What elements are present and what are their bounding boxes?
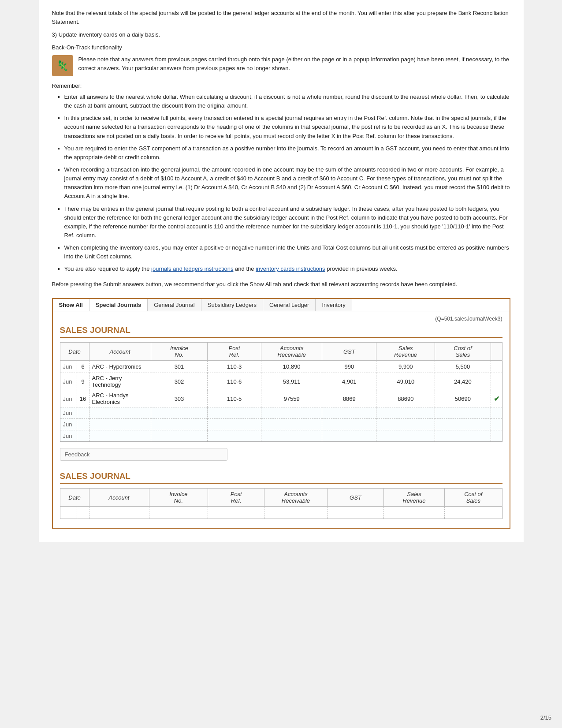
invoice-no-input[interactable] (154, 410, 205, 416)
ar-cell: 10,890 (261, 361, 322, 373)
date-month: Jun (60, 430, 77, 442)
cos-cell[interactable] (435, 430, 491, 442)
cos-input[interactable] (438, 433, 488, 439)
account-input[interactable] (92, 509, 146, 516)
post-ref-cell: 110-5 (208, 390, 261, 407)
sales-rev-cell: 9,900 (376, 361, 435, 373)
col2-gst: GST (327, 489, 383, 507)
gst-cell[interactable] (322, 430, 376, 442)
post-ref-input[interactable] (210, 410, 258, 416)
ar-input[interactable] (264, 410, 319, 416)
bot-text: Please note that any answers from previo… (78, 55, 510, 72)
cos-input[interactable] (447, 509, 499, 516)
date-day[interactable] (77, 430, 89, 442)
post-ref-cell: 110-6 (208, 373, 261, 390)
tab-general-journal[interactable]: General Journal (148, 299, 201, 311)
day-input[interactable] (80, 421, 86, 428)
sales-rev-cell[interactable] (376, 430, 435, 442)
bullet-3: You are required to enter the GST compon… (64, 144, 510, 162)
journal2-table: Date Account InvoiceNo. PostRef. Account… (60, 488, 502, 519)
date-month: Jun (60, 361, 77, 373)
table-row: Jun6ARC - Hypertronics301110-310,8909909… (60, 361, 502, 373)
tab-general-ledger[interactable]: General Ledger (263, 299, 316, 311)
invoice-input[interactable] (152, 509, 205, 516)
ar-input[interactable] (264, 433, 319, 439)
sales-rev-cell[interactable] (376, 419, 435, 430)
account-input[interactable] (92, 421, 148, 428)
sales-rev-cell[interactable] (376, 407, 435, 419)
journals-ledgers-link[interactable]: journals and ledgers instructions (151, 265, 233, 272)
checkmark-icon: ✔ (494, 395, 499, 403)
date-day[interactable] (77, 419, 89, 430)
tabs-section: Show All Special Journals General Journa… (52, 298, 510, 529)
day-input[interactable] (80, 410, 86, 416)
cos-cell[interactable] (435, 407, 491, 419)
col2-date: Date (60, 489, 89, 507)
account-input[interactable] (92, 410, 148, 416)
tab-special-journals[interactable]: Special Journals (89, 299, 148, 311)
date-day[interactable] (77, 407, 89, 419)
tab-inventory[interactable]: Inventory (316, 299, 352, 311)
invoice-no-input[interactable] (154, 421, 205, 428)
ar-cell[interactable] (261, 430, 322, 442)
post-ref-input[interactable] (210, 433, 258, 439)
tab-show-all[interactable]: Show All (53, 299, 89, 311)
gst-cell[interactable] (322, 419, 376, 430)
date-day: 9 (77, 373, 89, 390)
numbered-item: 3) Update inventory cards on a daily bas… (52, 31, 510, 38)
sales-rev-input[interactable] (379, 433, 432, 439)
post-ref-cell: 110-3 (208, 361, 261, 373)
tab-subsidiary-ledgers[interactable]: Subsidiary Ledgers (201, 299, 263, 311)
post-ref-input[interactable] (210, 421, 258, 428)
tabs-bar: Show All Special Journals General Journa… (53, 299, 510, 311)
invoice-no-cell[interactable] (151, 419, 207, 430)
bullet-1: Enter all answers to the nearest whole d… (64, 93, 510, 110)
gst-cell[interactable] (322, 407, 376, 419)
journal2-section: SALES JOURNAL Date Account InvoiceNo. Po… (60, 471, 502, 519)
inventory-cards-link[interactable]: inventory cards instructions (256, 265, 325, 272)
account-cell: ARC - Hypertronics (89, 361, 151, 373)
table-row: Jun (60, 419, 502, 430)
col-post-ref: PostRef. (208, 343, 261, 361)
bot-icon: 🦎 (52, 55, 73, 76)
post-ref-cell[interactable] (208, 430, 261, 442)
col-gst: GST (322, 343, 376, 361)
date-month: Jun (60, 407, 77, 419)
gst-input[interactable] (325, 433, 373, 439)
invoice-no-cell[interactable] (151, 430, 207, 442)
post-ref-cell[interactable] (208, 407, 261, 419)
day-input[interactable] (80, 433, 86, 439)
account-cell[interactable] (89, 430, 151, 442)
account-cell[interactable] (89, 419, 151, 430)
account-cell[interactable] (89, 407, 151, 419)
feedback-label: Feedback (65, 451, 90, 458)
table-row (60, 507, 502, 519)
cos-input[interactable] (438, 421, 488, 428)
gst-input[interactable] (325, 410, 373, 416)
ar-cell[interactable] (261, 419, 322, 430)
post-ref-cell[interactable] (208, 419, 261, 430)
invoice-no-cell: 303 (151, 390, 207, 407)
check-cell (491, 419, 502, 430)
gst-input[interactable] (330, 509, 381, 516)
salesrev-input[interactable] (387, 509, 442, 516)
gst-input[interactable] (325, 421, 373, 428)
ar-input[interactable] (267, 509, 324, 516)
ar-cell[interactable] (261, 407, 322, 419)
top-note: Note that the relevant totals of the spe… (52, 9, 510, 26)
account-input[interactable] (92, 433, 148, 439)
postref-input[interactable] (211, 509, 261, 516)
ar-input[interactable] (264, 421, 319, 428)
invoice-no-cell[interactable] (151, 407, 207, 419)
invoice-no-input[interactable] (154, 433, 205, 439)
sales-rev-input[interactable] (379, 421, 432, 428)
sales-rev-input[interactable] (379, 410, 432, 416)
date-day: 6 (77, 361, 89, 373)
cos-cell[interactable] (435, 419, 491, 430)
page-wrapper: Note that the relevant totals of the spe… (39, 0, 524, 542)
col-invoice-no: InvoiceNo. (151, 343, 207, 361)
cos-input[interactable] (438, 410, 488, 416)
col-account: Account (89, 343, 151, 361)
check-cell (491, 373, 502, 390)
date-month: Jun (60, 390, 77, 407)
